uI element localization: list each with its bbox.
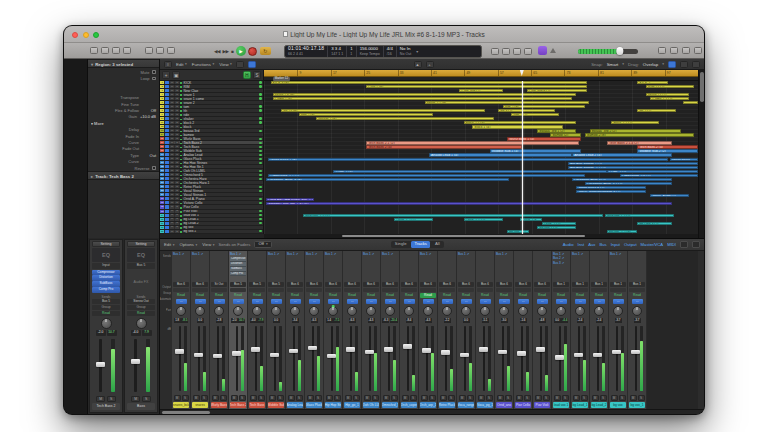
input-monitor-button[interactable] (165, 201, 169, 204)
param-value[interactable]: +10.0 dB (140, 114, 156, 119)
fader-cap[interactable] (403, 344, 412, 349)
fader-zone[interactable] (552, 324, 570, 393)
mute-button[interactable]: M (131, 396, 140, 402)
mute-button[interactable]: M (592, 395, 599, 401)
mixer-channel-strip[interactable]: Bus 1↗Bus 6Read↔0.0MSsnares (191, 251, 210, 409)
fader-cap[interactable] (479, 347, 488, 352)
mute-button[interactable]: M (170, 222, 174, 225)
pan-knob[interactable] (136, 318, 147, 329)
mixer-channel-strip[interactable]: Bus 1↗Bus 5Read↔0.0MSWobble Sub (267, 251, 286, 409)
mute-button[interactable]: M (554, 395, 561, 401)
region[interactable]: Wobble Sub.2 (2) (637, 149, 698, 152)
send-slot[interactable]: Bus 3↗ (552, 261, 570, 265)
solo-button[interactable]: S (201, 395, 208, 401)
input-monitor-button[interactable] (165, 218, 169, 221)
pan-knob[interactable] (176, 306, 186, 316)
region[interactable] (683, 101, 698, 104)
region[interactable]: ride 2 (8) (299, 113, 434, 116)
count-in-icon[interactable] (502, 48, 510, 55)
solo-button[interactable]: S (175, 85, 179, 88)
volume-value[interactable]: -5.1 (482, 318, 489, 323)
region[interactable]: lead vox_1.5 (1) (303, 214, 602, 217)
vertical-zoom-icon[interactable] (680, 61, 688, 68)
input-monitor-button[interactable] (165, 230, 169, 233)
arrange-lanes[interactable]: KICK 4 (8)KICK.2Clap 1 (8)RIM 17 (2)Clap… (264, 81, 698, 234)
mute-button[interactable]: M (170, 129, 174, 132)
send-slot[interactable]: Bus 1↗ (419, 252, 437, 256)
mute-button[interactable]: M (345, 395, 352, 401)
solo-button[interactable]: S (467, 395, 474, 401)
smart-controls-icon[interactable] (145, 47, 153, 54)
region[interactable]: Clap_trid (2) (459, 89, 502, 92)
volume-value[interactable]: -2.8 (216, 318, 223, 323)
output-slot[interactable]: Bus 1 (610, 282, 626, 287)
mute-button[interactable]: M (478, 395, 485, 401)
solo-button[interactable]: S (175, 97, 179, 100)
output-slot[interactable]: Bus 6 (363, 282, 379, 287)
fader-zone[interactable] (172, 324, 190, 393)
group-slot[interactable] (439, 288, 455, 292)
output-slot[interactable]: Bus 6 (534, 282, 550, 287)
playhead[interactable] (522, 81, 523, 234)
group-slot[interactable] (268, 288, 284, 292)
toolbar-toggle-icon[interactable] (90, 47, 98, 54)
lcd-beat[interactable]: 1 1 (347, 46, 356, 57)
send-slot[interactable]: Bus 1↗ (267, 252, 285, 256)
close-button[interactable] (72, 32, 78, 38)
region[interactable]: bwaaa_3rd 1 (2) (537, 129, 576, 132)
region[interactable]: bampp.2 (8) (585, 133, 694, 136)
mixer-channel-strip[interactable]: Bus 1↗Bus 6Read↔1.8-8.5MSsnares_bck (172, 251, 191, 409)
send-slot[interactable]: Bus 1↗ (609, 252, 627, 256)
solo-button[interactable]: S (581, 395, 588, 401)
input-monitor-button[interactable] (165, 89, 169, 92)
inspector-channel-strip[interactable]: SettingEQInputCompressorDistortionSubBas… (89, 239, 123, 413)
title-bar[interactable]: Light Up My Life - Light Up My Life JRL … (64, 26, 704, 43)
solo-button[interactable]: S (175, 109, 179, 112)
send-slot[interactable]: Bus 5 (92, 299, 120, 304)
input-monitor-button[interactable] (165, 125, 169, 128)
mute-button[interactable]: M (170, 133, 174, 136)
region[interactable]: RIM 17 (2) (646, 85, 694, 88)
output-slot[interactable]: Bus 1 (553, 282, 569, 287)
inspector-toggle-icon[interactable] (101, 47, 109, 54)
volume-value[interactable]: -8.4 (406, 318, 413, 323)
region[interactable]: block 2.1 (4) (464, 121, 577, 124)
output-slot[interactable]: Bus 6 (401, 282, 417, 287)
solo-button[interactable]: S (175, 210, 179, 213)
mixer-channel-strip[interactable]: Bus 1↗CompressorDistortionSubBassComp Pr… (229, 251, 248, 409)
input-monitor-button[interactable] (165, 169, 169, 172)
fader-zone[interactable] (533, 324, 551, 393)
input-monitor-button[interactable] (165, 101, 169, 104)
solo-button[interactable]: S (175, 157, 179, 160)
fader-cap[interactable] (175, 349, 184, 354)
mute-button[interactable]: M (170, 226, 174, 229)
output-slot[interactable]: Bus 6 (192, 282, 208, 287)
send-slot[interactable]: Bus 1↗ (305, 252, 323, 256)
pan-knob[interactable] (499, 306, 509, 316)
pan-knob[interactable] (309, 306, 319, 316)
hide-tracks-button[interactable]: H (243, 71, 251, 79)
solo-button[interactable]: S (175, 230, 179, 233)
library-toggle-icon[interactable] (123, 47, 131, 54)
region[interactable]: bg vox_1.1 (507, 230, 529, 233)
horizontal-zoom-icon[interactable] (692, 61, 700, 68)
input-monitor-button[interactable] (165, 177, 169, 180)
mixer-channel-strip[interactable]: Bus 5Read↔-4.0-7.9MSTech Bass (248, 251, 267, 409)
group-slot[interactable] (401, 288, 417, 292)
output-slot[interactable]: Bus 6 (496, 282, 512, 287)
mute-button[interactable]: M (170, 93, 174, 96)
mixer-channel-strip[interactable]: Bus 1↗Bus 1Read↔-2.4MSbg Lead_1 (571, 251, 590, 409)
input-monitor-button[interactable] (165, 145, 169, 148)
channel-setting-button[interactable]: Setting (127, 241, 155, 247)
region[interactable]: Tech Bass 2 (4) (366, 145, 522, 148)
mute-button[interactable]: M (170, 113, 174, 116)
channel-name[interactable]: bg Lead_1 (572, 402, 589, 409)
mute-button[interactable]: M (459, 395, 466, 401)
mute-button[interactable]: M (170, 137, 174, 140)
pan-knob[interactable] (632, 306, 642, 316)
solo-button[interactable]: S (182, 395, 189, 401)
output-slot[interactable]: Bus 6 (382, 282, 398, 287)
volume-value[interactable]: -2.0 (96, 330, 106, 335)
fader-cap[interactable] (251, 347, 260, 352)
volume-value[interactable]: 0.0 (197, 318, 204, 323)
